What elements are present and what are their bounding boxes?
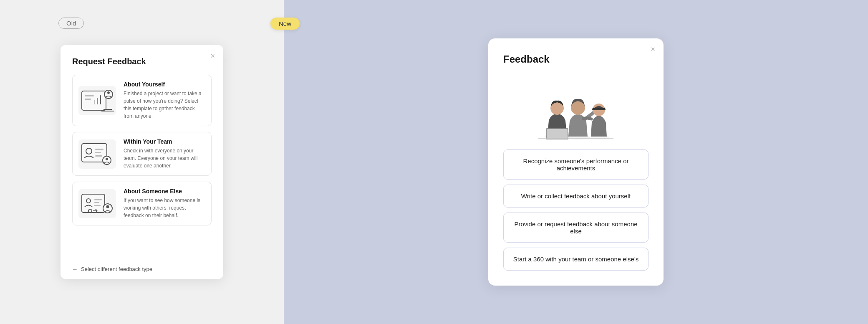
svg-point-9: [107, 91, 110, 94]
svg-rect-4: [100, 95, 101, 104]
svg-rect-12: [95, 149, 103, 150]
old-modal: × Request Feedback: [61, 45, 223, 279]
new-modal-close-button[interactable]: ×: [651, 45, 655, 54]
svg-rect-14: [95, 155, 102, 157]
start-360-button[interactable]: Start a 360 with your team or someone el…: [503, 248, 648, 271]
svg-rect-17: [82, 194, 105, 213]
svg-point-16: [106, 158, 108, 160]
svg-point-18: [86, 199, 91, 203]
page-wrapper: Old × Request Feedback: [0, 0, 868, 324]
svg-rect-38: [592, 108, 606, 110]
old-modal-title: Request Feedback: [72, 57, 212, 66]
someone-else-text: About Someone Else If you want to see ho…: [124, 188, 205, 219]
new-modal-title: Feedback: [503, 53, 550, 65]
svg-rect-20: [94, 202, 99, 203]
feedback-option-within-team[interactable]: Within Your Team Check in with everyone …: [72, 132, 212, 176]
svg-rect-3: [97, 98, 98, 104]
new-modal: × Feedback: [488, 38, 664, 286]
svg-rect-21: [94, 205, 101, 206]
svg-point-27: [106, 205, 109, 208]
back-arrow-icon: ←: [72, 266, 78, 272]
old-modal-close-button[interactable]: ×: [210, 52, 215, 61]
new-modal-illustration: [522, 73, 630, 139]
svg-point-26: [103, 204, 112, 213]
svg-rect-5: [94, 100, 95, 104]
within-team-text: Within Your Team Check in with everyone …: [124, 138, 205, 170]
svg-rect-0: [82, 91, 106, 110]
old-modal-footer[interactable]: ← Select different feedback type: [72, 259, 212, 279]
svg-rect-19: [94, 199, 102, 200]
right-panel: New × Feedback: [284, 0, 868, 324]
svg-rect-1: [85, 95, 94, 96]
svg-point-11: [86, 148, 92, 154]
write-feedback-yourself-button[interactable]: Write or collect feedback about yourself: [503, 185, 648, 208]
feedback-option-about-yourself[interactable]: About Yourself Finished a project or wan…: [72, 75, 212, 126]
recognize-performance-button[interactable]: Recognize someone's performance or achie…: [503, 149, 648, 180]
within-team-icon: [78, 139, 116, 169]
new-badge: New: [270, 18, 300, 30]
svg-rect-2: [85, 99, 91, 100]
svg-rect-13: [95, 152, 101, 153]
svg-rect-31: [547, 129, 568, 139]
about-yourself-text: About Yourself Finished a project or wan…: [124, 81, 205, 120]
old-badge: Old: [58, 18, 84, 29]
left-panel: Old × Request Feedback: [0, 0, 284, 324]
provide-request-feedback-button[interactable]: Provide or request feedback about someon…: [503, 213, 648, 243]
svg-point-22: [88, 209, 92, 213]
feedback-option-someone-else[interactable]: About Someone Else If you want to see ho…: [72, 182, 212, 225]
someone-else-icon: [78, 189, 116, 218]
about-yourself-icon: [78, 86, 116, 115]
